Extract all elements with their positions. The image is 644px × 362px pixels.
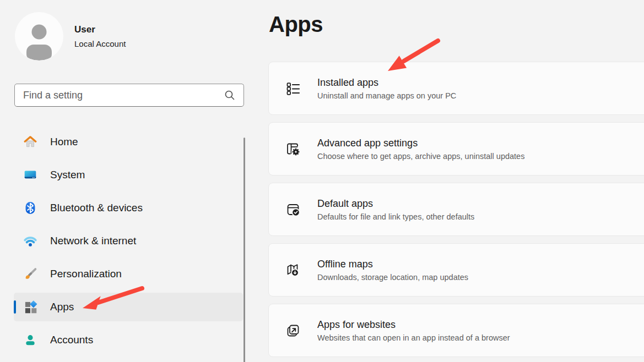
sidebar-item-network[interactable]: Network & internet	[14, 227, 243, 255]
search-box	[14, 84, 244, 107]
account-text: User Local Account	[74, 24, 126, 48]
sidebar-item-bluetooth[interactable]: Bluetooth & devices	[14, 194, 243, 222]
card-subtitle: Uninstall and manage apps on your PC	[317, 91, 456, 100]
personalization-icon	[23, 267, 37, 281]
advanced-app-settings-icon	[285, 141, 301, 157]
installed-apps-icon	[285, 81, 301, 96]
card-advanced-app-settings[interactable]: Advanced app settings Choose where to ge…	[268, 122, 644, 175]
system-icon	[23, 168, 37, 182]
card-installed-apps[interactable]: Installed apps Uninstall and manage apps…	[268, 62, 644, 115]
search-icon	[223, 89, 236, 102]
card-text: Default apps Defaults for file and link …	[317, 198, 474, 221]
selection-indicator	[14, 300, 16, 314]
card-text: Advanced app settings Choose where to ge…	[317, 138, 524, 161]
sidebar-item-personalization[interactable]: Personalization	[14, 260, 243, 288]
apps-icon	[23, 300, 37, 314]
card-title: Apps for websites	[317, 319, 510, 331]
offline-maps-icon	[285, 262, 301, 278]
user-name: User	[74, 24, 126, 35]
person-silhouette-icon	[15, 12, 63, 61]
network-icon	[23, 234, 37, 248]
sidebar-item-label: Accounts	[50, 334, 93, 346]
search-input[interactable]	[15, 90, 223, 101]
sidebar-item-label: Apps	[50, 301, 74, 313]
sidebar-item-apps[interactable]: Apps	[14, 293, 243, 321]
bluetooth-icon	[23, 201, 37, 215]
card-text: Installed apps Uninstall and manage apps…	[317, 77, 456, 100]
card-apps-for-websites[interactable]: Apps for websites Websites that can open…	[268, 304, 644, 357]
card-text: Offline maps Downloads, storage location…	[317, 259, 468, 282]
page-title: Apps	[269, 12, 323, 37]
card-title: Advanced app settings	[317, 138, 524, 149]
card-subtitle: Downloads, storage location, map updates	[317, 273, 468, 282]
accounts-icon	[23, 333, 37, 347]
card-title: Installed apps	[317, 77, 456, 89]
card-subtitle: Choose where to get apps, archive apps, …	[317, 152, 524, 161]
sidebar-item-label: Personalization	[50, 268, 122, 280]
sidebar-item-label: Home	[50, 136, 78, 148]
account-header[interactable]: User Local Account	[15, 12, 126, 61]
sidebar-item-label: System	[50, 169, 85, 181]
card-default-apps[interactable]: Default apps Defaults for file and link …	[268, 183, 644, 236]
home-icon	[23, 135, 37, 149]
card-subtitle: Websites that can open in an app instead…	[317, 333, 510, 342]
user-subtitle: Local Account	[74, 39, 126, 48]
sidebar-item-label: Bluetooth & devices	[50, 202, 143, 214]
avatar	[15, 12, 63, 61]
sidebar-item-label: Network & internet	[50, 235, 136, 247]
card-title: Default apps	[317, 198, 474, 210]
sidebar-item-accounts[interactable]: Accounts	[14, 326, 243, 354]
default-apps-icon	[285, 202, 301, 217]
sidebar-item-system[interactable]: System	[14, 161, 243, 189]
card-subtitle: Defaults for file and link types, other …	[317, 212, 474, 221]
card-offline-maps[interactable]: Offline maps Downloads, storage location…	[268, 243, 644, 297]
sidebar-scrollbar[interactable]	[243, 138, 245, 362]
card-text: Apps for websites Websites that can open…	[317, 319, 510, 342]
card-title: Offline maps	[317, 259, 468, 270]
sidebar-item-home[interactable]: Home	[14, 128, 243, 156]
apps-for-websites-icon	[285, 323, 301, 338]
